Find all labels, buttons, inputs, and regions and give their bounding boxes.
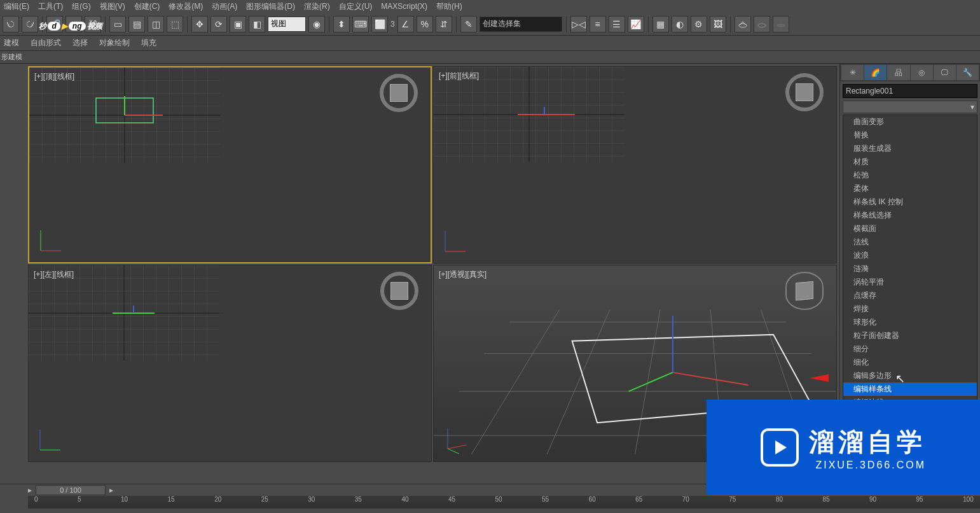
spinner-snap-button[interactable]: ⇵ <box>436 16 452 32</box>
play-toggle-icon[interactable]: ▸ <box>28 486 32 495</box>
menu-create[interactable]: 创建(C) <box>134 1 160 12</box>
curve-editor-button[interactable]: 📈 <box>628 16 644 32</box>
menu-group[interactable]: 组(G) <box>72 1 90 12</box>
modifier-item[interactable]: 横截面 <box>843 222 977 235</box>
schematic-view-button[interactable]: ▦ <box>652 16 669 32</box>
render-setup-button[interactable]: ⚙ <box>691 16 707 32</box>
tick-label: 55 <box>542 496 549 509</box>
tick-label: 45 <box>448 496 455 509</box>
modifier-item[interactable]: 波浪 <box>843 249 977 262</box>
modifier-item[interactable]: 编辑样条线 <box>843 383 977 396</box>
modifier-item[interactable]: 球形化 <box>843 316 977 329</box>
modifier-dropdown-list[interactable]: 曲面变形替换服装生成器材质松弛柔体样条线 IK 控制样条线选择横截面法线波浪涟漪… <box>843 115 977 410</box>
snap-button[interactable]: ⬜ <box>371 16 388 32</box>
tick-label: 30 <box>308 496 315 509</box>
svg-line-35 <box>673 372 749 385</box>
play-icon: ▶ <box>62 22 67 31</box>
tick-label: 75 <box>729 496 736 509</box>
modifier-item[interactable]: 法线 <box>843 235 977 249</box>
modifier-item[interactable]: 替换 <box>843 129 977 142</box>
display-tab[interactable]: 🖵 <box>934 65 956 80</box>
reference-coord-combo[interactable]: 视图 <box>268 17 306 32</box>
named-selection-combo[interactable]: 创建选择集 <box>480 17 562 32</box>
menu-edit[interactable]: 编辑(E) <box>4 1 29 12</box>
modifier-item[interactable]: 样条线 IK 控制 <box>843 195 977 209</box>
modifier-item[interactable]: 样条线选择 <box>843 209 977 222</box>
motion-tab[interactable]: ◎ <box>911 65 933 80</box>
edit-named-sel-button[interactable]: ✎ <box>460 16 477 32</box>
time-ruler[interactable]: 0510152025303540455055606570758085909510… <box>28 496 980 509</box>
scale-button[interactable]: ▣ <box>230 16 246 32</box>
viewport-persp-label[interactable]: [+][透视][真实] <box>439 269 487 280</box>
menu-rendering[interactable]: 渲染(R) <box>304 1 330 12</box>
material-editor-button[interactable]: ◐ <box>672 16 688 32</box>
angle-snap-button[interactable]: ∠ <box>397 16 414 32</box>
manipulate-button[interactable]: ⬍ <box>333 16 350 32</box>
viewcube-icon[interactable] <box>380 74 418 112</box>
modifier-item[interactable]: 服装生成器 <box>843 142 977 155</box>
viewport-top[interactable]: [+][顶][线框] <box>28 66 432 264</box>
tick-label: 25 <box>261 496 268 509</box>
menu-maxscript[interactable]: MAXScript(X) <box>381 2 427 11</box>
slider-track-arrow-icon[interactable]: ▸ <box>109 486 113 495</box>
ref-coord-button[interactable]: ◧ <box>249 16 265 32</box>
move-button[interactable]: ✥ <box>191 16 208 32</box>
render-production-button[interactable] <box>735 16 751 32</box>
modifier-item[interactable]: 松弛 <box>843 169 977 182</box>
modifier-item[interactable]: 细分 <box>843 342 977 356</box>
viewport-left[interactable]: [+][左][线框] <box>28 265 432 462</box>
modifier-item[interactable]: 涡轮平滑 <box>843 276 977 289</box>
render-iterative-button[interactable] <box>754 16 770 32</box>
viewcube-icon[interactable] <box>785 272 824 310</box>
svg-point-2 <box>777 24 785 27</box>
modifier-item[interactable]: 点缓存 <box>843 289 977 302</box>
menu-help[interactable]: 帮助(H) <box>436 1 462 12</box>
time-slider-thumb[interactable]: 0 / 100 <box>36 485 106 495</box>
viewport-top-label[interactable]: [+][顶][线框] <box>34 71 74 82</box>
menu-tools[interactable]: 工具(T) <box>38 1 63 12</box>
select-region-button[interactable]: ◫ <box>148 16 164 32</box>
modifier-item[interactable]: 粒子面创建器 <box>843 329 977 342</box>
rotate-button[interactable]: ⟳ <box>210 16 227 32</box>
viewport-front[interactable]: [+][前][线框] <box>433 66 837 264</box>
layers-button[interactable]: ☰ <box>609 16 625 32</box>
tick-label: 60 <box>589 496 596 509</box>
tick-label: 10 <box>121 496 128 509</box>
modifier-item[interactable]: 涟漪 <box>843 262 977 276</box>
modifier-item[interactable]: 材质 <box>843 155 977 169</box>
create-tab[interactable]: ✳ <box>841 65 864 80</box>
modifier-item[interactable]: 柔体 <box>843 182 977 195</box>
modifier-item[interactable]: 曲面变形 <box>843 115 977 129</box>
keyboard-shortcut-button[interactable]: ⌨ <box>352 16 369 32</box>
menu-modifiers[interactable]: 修改器(M) <box>169 1 203 12</box>
window-crossing-button[interactable]: ⬚ <box>167 16 183 32</box>
use-center-button[interactable]: ◉ <box>308 16 325 32</box>
modify-tab[interactable]: 🌈 <box>864 65 887 80</box>
modifier-list-combo[interactable]: ▾ <box>843 101 977 113</box>
utilities-tab[interactable]: 🔧 <box>956 65 979 80</box>
render-frame-button[interactable]: 🖼 <box>710 16 726 32</box>
modifier-item[interactable]: 焊接 <box>843 302 977 316</box>
menu-animation[interactable]: 动画(A) <box>212 1 237 12</box>
annotation-arrow-icon <box>810 372 835 384</box>
percent-snap-button[interactable]: % <box>417 16 433 32</box>
wm-text: 秒 <box>39 21 46 32</box>
poly-modeling-label: 形建模 <box>1 52 22 62</box>
menu-graph-editors[interactable]: 图形编辑器(D) <box>246 1 295 12</box>
tick-label: 70 <box>682 496 689 509</box>
mirror-button[interactable]: ▷◁ <box>570 16 587 32</box>
viewport-left-label[interactable]: [+][左][线框] <box>34 269 74 280</box>
object-name-field[interactable]: Rectangle001 <box>843 84 977 98</box>
viewcube-icon[interactable] <box>380 272 418 310</box>
modifier-item[interactable]: 细化 <box>843 356 977 369</box>
hierarchy-tab[interactable]: 品 <box>887 65 909 80</box>
viewport-front-label[interactable]: [+][前][线框] <box>439 71 479 81</box>
render-last-button[interactable] <box>773 16 789 32</box>
ribbon-populate[interactable]: 填充 <box>141 38 156 48</box>
viewcube-icon[interactable] <box>785 73 824 111</box>
svg-line-39 <box>448 445 467 449</box>
menu-customize[interactable]: 自定义(U) <box>339 1 373 12</box>
align-button[interactable]: ≡ <box>590 16 606 32</box>
menu-views[interactable]: 视图(V) <box>100 1 125 12</box>
modifier-item[interactable]: 编辑多边形 <box>843 369 977 383</box>
